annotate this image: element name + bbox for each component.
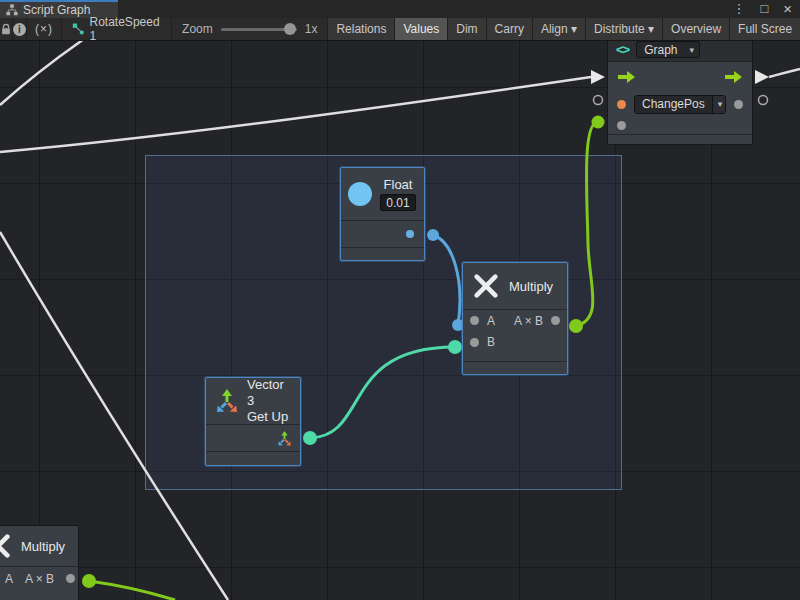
- lock-button[interactable]: [0, 18, 13, 40]
- multiply2-out-port[interactable]: [66, 574, 75, 583]
- multiply-x-icon: [0, 532, 12, 560]
- toolbar-button-overview[interactable]: Overview: [663, 18, 730, 40]
- toolbar-button-values[interactable]: Values: [395, 18, 448, 40]
- float-value-input[interactable]: 0.01: [380, 194, 416, 211]
- green-wire-bottom[interactable]: [89, 581, 175, 600]
- float-icon: [348, 182, 372, 206]
- empty-port-circle-left[interactable]: [594, 96, 603, 105]
- toolbar-button-distribute[interactable]: Distribute ▾: [586, 18, 663, 40]
- multiply2-node-title: Multiply: [21, 539, 65, 554]
- menu-dots-icon[interactable]: ⋮: [732, 0, 745, 18]
- graph-dropdown-label: Graph: [637, 43, 684, 57]
- multiply2-out-label: A × B: [25, 572, 54, 586]
- close-icon[interactable]: ×: [783, 0, 792, 18]
- multiply-node-header: Multiply: [463, 263, 567, 309]
- window-controls: ⋮ □ ×: [732, 0, 792, 18]
- multiply2-node-header: Multiply: [0, 526, 78, 566]
- multiply2-a-label: A: [5, 572, 13, 586]
- toolbar-button-dim[interactable]: Dim: [448, 18, 486, 40]
- toolbar-button-relations[interactable]: Relations: [328, 18, 395, 40]
- variables-icon: (×): [35, 22, 53, 36]
- zoom-slider[interactable]: [221, 28, 297, 31]
- multiply-b-port[interactable]: [470, 338, 479, 347]
- graph-breadcrumb-label: RotateSpeed 1: [90, 15, 162, 43]
- event-target-port[interactable]: [617, 100, 626, 109]
- toolbar: i (×) RotateSpeed 1 Zoom 1x Relations Va…: [0, 18, 800, 41]
- toolbar-button-carry[interactable]: Carry: [487, 18, 533, 40]
- multiply-node-title: Multiply: [509, 279, 553, 294]
- graph-breadcrumb[interactable]: RotateSpeed 1: [62, 18, 172, 40]
- wire-arrowhead-in: [591, 70, 605, 84]
- multiply-node[interactable]: Multiply A A × B B: [462, 262, 568, 375]
- float-node-header: Float 0.01: [341, 168, 424, 220]
- graph-node-footer: [608, 134, 752, 144]
- flow-in-arrow-icon[interactable]: [618, 71, 635, 83]
- tab-title: Script Graph: [23, 3, 90, 17]
- white-wire-from-graph-node[interactable]: [769, 69, 800, 77]
- toolbar-button-align[interactable]: Align ▾: [533, 18, 586, 40]
- maximize-icon[interactable]: □: [760, 0, 768, 18]
- flow-out-arrow-icon[interactable]: [725, 71, 742, 83]
- green-wire-endpoint: [82, 574, 96, 588]
- multiply-a-port[interactable]: [470, 316, 479, 325]
- vector3-axes-icon: [215, 388, 239, 414]
- info-icon: i: [13, 23, 26, 36]
- multiply-a-label: A: [487, 314, 495, 328]
- vector-node-header: Vector 3 Get Up: [206, 378, 300, 424]
- event-arg-port[interactable]: [617, 121, 626, 130]
- graph-breadcrumb-icon: [72, 22, 85, 36]
- wire-arrowhead-out: [755, 70, 769, 84]
- code-icon: <>: [616, 42, 629, 57]
- multiply-node-footer: [463, 361, 567, 374]
- script-graph-window: Script Graph ⋮ □ × i (×) Rotate: [0, 0, 800, 600]
- white-wire-top-left[interactable]: [0, 41, 84, 105]
- hierarchy-icon: [6, 4, 18, 16]
- white-wire-to-graph-node[interactable]: [0, 77, 591, 152]
- graph-node-header: <> Graph ▾: [608, 41, 752, 62]
- event-name-label: ChangePos: [635, 97, 712, 111]
- chevron-down-icon: ▾: [712, 96, 726, 113]
- vector3-output-port-icon[interactable]: [277, 431, 292, 446]
- vector-node-op: Get Up: [247, 409, 288, 425]
- zoom-control: Zoom 1x: [172, 18, 327, 40]
- graph-dropdown[interactable]: Graph ▾: [636, 41, 700, 58]
- vector3-getup-node[interactable]: Vector 3 Get Up: [205, 377, 301, 466]
- event-name-dropdown[interactable]: ChangePos ▾: [634, 95, 726, 114]
- toolbar-button-fullscreen[interactable]: Full Scree: [730, 18, 800, 40]
- float-node[interactable]: Float 0.01: [340, 167, 425, 261]
- variables-button[interactable]: (×): [27, 18, 62, 40]
- vector-node-footer: [206, 451, 300, 464]
- zoom-label: Zoom: [182, 22, 213, 36]
- graph-canvas[interactable]: <> Graph ▾ ChangePos ▾: [0, 41, 800, 600]
- multiply-out-label: A × B: [514, 314, 543, 328]
- info-button[interactable]: i: [13, 18, 27, 40]
- event-out-port[interactable]: [734, 100, 743, 109]
- float-node-title: Float: [384, 177, 413, 192]
- green-wire-end-dot: [592, 116, 605, 129]
- multiply-node-bottom[interactable]: Multiply A A × B: [0, 525, 79, 600]
- zoom-value: 1x: [305, 22, 318, 36]
- zoom-slider-handle[interactable]: [284, 23, 296, 35]
- graph-event-node[interactable]: <> Graph ▾ ChangePos ▾: [607, 41, 753, 145]
- vector-node-type: Vector 3: [247, 377, 291, 409]
- multiply-b-label: B: [487, 335, 495, 349]
- lock-icon: [0, 23, 12, 36]
- empty-port-circle-right[interactable]: [759, 96, 768, 105]
- multiply-out-port[interactable]: [551, 316, 560, 325]
- multiply-x-icon: [472, 272, 500, 300]
- float-node-footer: [341, 247, 424, 259]
- chevron-down-icon: ▾: [685, 42, 700, 57]
- float-output-port[interactable]: [406, 230, 414, 238]
